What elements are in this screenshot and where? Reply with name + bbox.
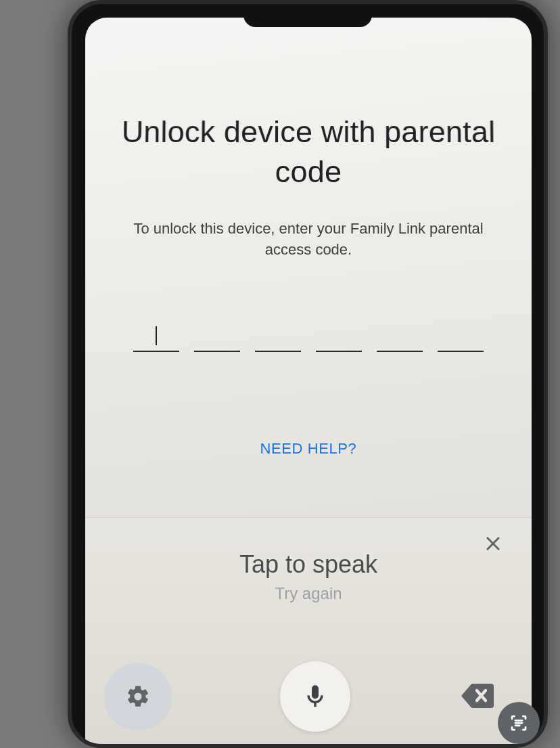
voice-settings-button[interactable] [104, 663, 172, 730]
close-icon [484, 534, 503, 553]
voice-input-panel: Tap to speak Try again [85, 517, 532, 744]
code-digit-5[interactable] [377, 318, 423, 352]
page-subtitle: To unlock this device, enter your Family… [133, 219, 484, 261]
lock-screen-content: Unlock device with parental code To unlo… [85, 18, 532, 517]
voice-subtitle: Try again [275, 584, 342, 603]
screen: Unlock device with parental code To unlo… [85, 18, 532, 744]
gear-icon [125, 684, 151, 709]
code-digit-1[interactable] [133, 318, 179, 352]
voice-title: Tap to speak [239, 550, 377, 579]
need-help-link[interactable]: NEED HELP? [260, 440, 357, 458]
mic-button[interactable] [280, 661, 350, 732]
scan-icon [509, 713, 529, 733]
code-digit-6[interactable] [438, 318, 484, 352]
mic-icon [302, 683, 329, 710]
screenshot-overlay-button[interactable] [498, 702, 540, 744]
close-voice-button[interactable] [483, 534, 503, 554]
voice-controls [85, 661, 532, 732]
backspace-icon [461, 684, 494, 708]
parental-code-input[interactable] [106, 318, 511, 352]
code-digit-4[interactable] [316, 318, 362, 352]
display-notch [243, 4, 372, 27]
code-digit-2[interactable] [194, 318, 240, 352]
phone-frame: Unlock device with parental code To unlo… [68, 0, 548, 748]
code-digit-3[interactable] [255, 318, 301, 352]
backspace-button[interactable] [459, 682, 496, 711]
page-title: Unlock device with parental code [105, 112, 512, 192]
